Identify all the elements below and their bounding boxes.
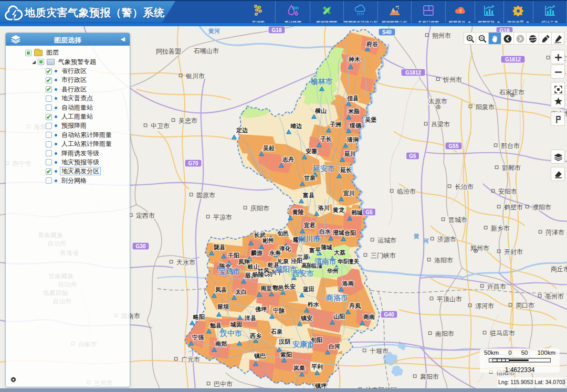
svg-text:宜川: 宜川 — [343, 190, 355, 196]
svg-text:商洛市: 商洛市 — [326, 293, 348, 302]
svg-text:石泉: 石泉 — [270, 329, 283, 335]
svg-text:横山: 横山 — [314, 108, 327, 114]
svg-text:G1812: G1812 — [405, 70, 421, 76]
svg-text:富平: 富平 — [309, 247, 321, 253]
svg-text:G40: G40 — [384, 312, 394, 317]
svg-text:平顶山市: 平顶山市 — [437, 295, 462, 303]
svg-text:G5: G5 — [409, 153, 416, 159]
svg-text:榆林市: 榆林市 — [310, 77, 333, 86]
svg-text:神木: 神木 — [348, 56, 361, 62]
svg-text:吴起: 吴起 — [262, 145, 275, 151]
svg-text:黄河: 黄河 — [208, 28, 220, 35]
svg-text:S40: S40 — [382, 29, 392, 35]
svg-text:合阳: 合阳 — [344, 230, 356, 236]
svg-text:紫阳: 紫阳 — [280, 352, 292, 358]
svg-text:米脂: 米脂 — [348, 108, 360, 114]
svg-text:泾阳: 泾阳 — [291, 258, 302, 264]
svg-text:固原市: 固原市 — [196, 192, 215, 199]
svg-text:周口市: 周口市 — [516, 302, 534, 309]
svg-text:镇巴: 镇巴 — [254, 353, 266, 359]
svg-text:绥德: 绥德 — [349, 122, 362, 129]
svg-text:延长: 延长 — [340, 167, 352, 173]
svg-text:铜川市: 铜川市 — [298, 235, 320, 243]
svg-text:彬州: 彬州 — [262, 237, 274, 244]
svg-text:佳县: 佳县 — [346, 95, 359, 101]
svg-text:河: 河 — [423, 238, 429, 244]
svg-text:洋县: 洋县 — [244, 315, 256, 321]
svg-text:阳泉市: 阳泉市 — [476, 103, 495, 111]
svg-text:延川: 延川 — [344, 151, 356, 157]
svg-text:亳州市: 亳州市 — [545, 293, 564, 300]
svg-text:庆阳市: 庆阳市 — [250, 205, 269, 212]
svg-text:平凉市: 平凉市 — [213, 214, 232, 221]
svg-text:6m: 6m — [292, 5, 299, 10]
svg-text:佛坪: 佛坪 — [255, 306, 267, 312]
svg-text:澄城: 澄城 — [332, 229, 344, 236]
svg-text:宜君: 宜君 — [303, 222, 316, 228]
svg-text:银川市: 银川市 — [185, 72, 205, 80]
svg-text:白河: 白河 — [329, 343, 340, 349]
svg-text:永寿: 永寿 — [269, 250, 281, 256]
svg-text:太白: 太白 — [235, 289, 247, 295]
svg-text:汉阴: 汉阴 — [278, 338, 290, 345]
svg-text:济源市: 济源市 — [437, 236, 456, 243]
svg-text:中卫市: 中卫市 — [151, 122, 170, 130]
svg-text:天水市: 天水市 — [176, 259, 195, 266]
svg-text:长治市: 长治市 — [455, 183, 474, 190]
svg-text:周至: 周至 — [260, 285, 272, 292]
svg-text:靖边: 靖边 — [290, 123, 302, 129]
svg-text:鹤壁市: 鹤壁市 — [504, 204, 523, 211]
svg-text:白水: 白水 — [319, 228, 331, 235]
svg-text:子长: 子长 — [320, 136, 332, 142]
svg-text:阿拉善盟: 阿拉善盟 — [156, 48, 181, 55]
svg-text:华州: 华州 — [327, 268, 339, 274]
svg-text:渭南市: 渭南市 — [314, 257, 337, 266]
svg-text:晋城市: 晋城市 — [448, 216, 467, 224]
svg-text:G5: G5 — [365, 209, 373, 215]
svg-text:洛阳市: 洛阳市 — [434, 257, 453, 264]
svg-text:蒲城: 蒲城 — [320, 244, 332, 250]
svg-text:宝鸡市: 宝鸡市 — [218, 267, 240, 276]
svg-text:黄陵: 黄陵 — [292, 209, 304, 216]
svg-text:忻州市: 忻州市 — [443, 76, 462, 83]
svg-text:朔州市: 朔州市 — [432, 32, 451, 39]
svg-text:千阳: 千阳 — [227, 252, 239, 259]
svg-text:G1812: G1812 — [505, 57, 521, 62]
svg-text:安阳市: 安阳市 — [498, 188, 517, 195]
svg-text:广元市: 广元市 — [181, 356, 200, 363]
svg-text:凤县: 凤县 — [215, 287, 227, 293]
svg-text:安塞: 安塞 — [306, 148, 317, 154]
svg-text:长安: 长安 — [284, 283, 296, 290]
svg-text:石嘴山市: 石嘴山市 — [193, 47, 219, 55]
svg-text:陇县: 陇县 — [214, 244, 225, 250]
svg-text:清涧: 清涧 — [346, 136, 359, 143]
svg-text:漯河市: 漯河市 — [475, 302, 494, 310]
svg-text:安康市: 安康市 — [292, 340, 314, 348]
svg-text:岚皋: 岚皋 — [293, 365, 305, 371]
svg-text:延安市: 延安市 — [312, 164, 335, 173]
svg-text:府谷: 府谷 — [366, 41, 378, 47]
svg-text:新乡市: 新乡市 — [491, 225, 510, 232]
svg-text:菏泽市: 菏泽市 — [545, 229, 564, 236]
svg-text:G30: G30 — [136, 243, 146, 249]
svg-text:略阳: 略阳 — [193, 314, 205, 320]
svg-text:南郑: 南郑 — [215, 341, 227, 347]
svg-text:西乡: 西乡 — [249, 333, 261, 339]
svg-text:山阳: 山阳 — [333, 313, 345, 320]
svg-text:三门峡市: 三门峡市 — [371, 252, 396, 259]
svg-text:勉县: 勉县 — [209, 322, 222, 329]
svg-text:吴忠市: 吴忠市 — [178, 117, 197, 124]
svg-text:G55: G55 — [449, 143, 459, 149]
svg-text:丹凤: 丹凤 — [349, 303, 361, 309]
svg-text:黄: 黄 — [413, 233, 419, 240]
svg-text:定西市: 定西市 — [136, 212, 155, 219]
svg-text:潼关: 潼关 — [348, 258, 360, 264]
svg-text:蓝田: 蓝田 — [302, 286, 314, 292]
svg-text:G18: G18 — [272, 27, 282, 33]
svg-text:石家庄市: 石家庄市 — [499, 89, 524, 96]
svg-text:甘泉: 甘泉 — [304, 175, 316, 181]
svg-text:濮阳市: 濮阳市 — [532, 204, 551, 211]
svg-text:郑州市: 郑州市 — [470, 245, 489, 252]
svg-text:城固: 城固 — [230, 321, 242, 327]
svg-text:吕梁市: 吕梁市 — [431, 121, 450, 128]
